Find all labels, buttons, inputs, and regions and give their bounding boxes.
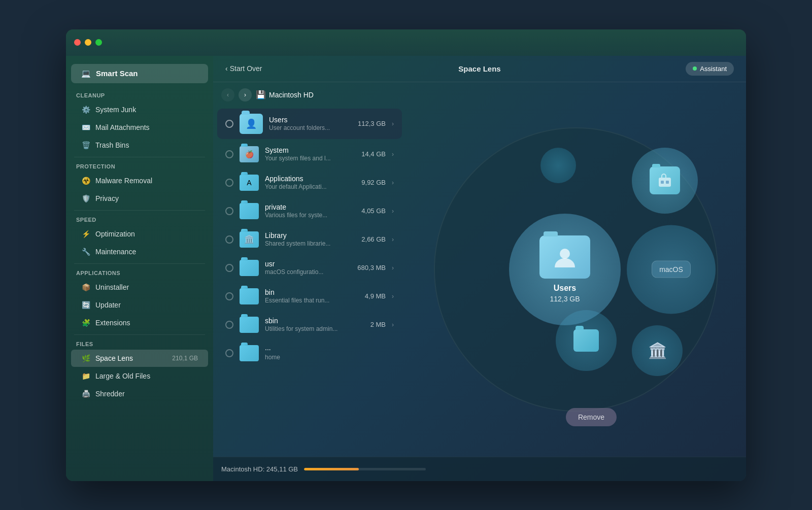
file-radio-home[interactable] [225,349,233,357]
file-info-bin: bin Essential files that run... [265,288,359,304]
fullscreen-button[interactable] [95,39,102,46]
file-name-library: Library [265,231,355,240]
sidebar-item-trash-bins[interactable]: 🗑️ Trash Bins [71,137,208,154]
file-desc-usr: macOS configuratio... [265,268,351,276]
sidebar-item-maintenance[interactable]: 🔧 Maintenance [71,243,208,260]
assistant-button[interactable]: Assistant [686,62,734,76]
sidebar: 💻 Smart Scan Cleanup ⚙️ System Junk ✉️ M… [66,56,213,481]
maintenance-icon: 🔧 [81,247,90,256]
file-name-applications: Applications [265,175,355,183]
chevron-library: › [392,236,394,243]
status-label: Macintosh HD: 245,11 GB [221,465,298,473]
file-item-usr[interactable]: usr macOS configuratio... 680,3 MB › [217,255,402,281]
close-button[interactable] [74,39,81,46]
file-item-system[interactable]: 🍎 System Your system files and l... 14,4… [217,141,402,167]
file-radio-sbin[interactable] [225,321,233,329]
sidebar-item-privacy[interactable]: 🛡️ Privacy [71,190,208,207]
file-info-users: Users User account folders... [269,116,352,131]
file-desc-private: Various files for syste... [265,212,355,219]
storage-progress-fill [304,468,359,470]
file-item-home[interactable]: ··· home [217,340,402,366]
updater-icon: 🔄 [81,300,90,310]
file-desc-applications: Your default Applicati... [265,183,355,190]
minimize-button[interactable] [85,39,91,46]
trash-bins-label: Trash Bins [95,141,129,149]
file-size-library: 2,66 GB [361,235,386,243]
bubble-macos[interactable]: macOS [627,225,716,314]
sidebar-item-extensions[interactable]: 🧩 Extensions [71,314,208,331]
bubble-users[interactable]: Users 112,3 GB [509,214,621,325]
divider-3 [74,263,205,264]
file-radio-system[interactable] [225,150,233,158]
file-size-system: 14,4 GB [361,150,386,158]
back-button[interactable]: ‹ Start Over [225,64,262,73]
file-radio-users[interactable] [225,120,233,128]
breadcrumb: ‹ › 💾 Macintosh HD [213,88,406,108]
file-radio-usr[interactable] [225,264,233,272]
chevron-private: › [392,208,394,215]
shredder-icon: 🖨️ [81,389,90,398]
nav-forward-button[interactable]: › [239,88,252,101]
file-item-sbin[interactable]: sbin Utilities for system admin... 2 MB … [217,312,402,338]
sidebar-item-system-junk[interactable]: ⚙️ System Junk [71,101,208,118]
sidebar-item-optimization[interactable]: ⚡ Optimization [71,225,208,243]
back-arrow-icon: ‹ [225,64,228,73]
titlebar [66,29,746,56]
divider-4 [74,334,205,335]
file-info-home: ··· home [265,345,394,361]
file-item-applications[interactable]: A Applications Your default Applicati...… [217,169,402,196]
space-lens-size: 210,1 GB [172,355,198,362]
file-radio-bin[interactable] [225,292,233,300]
sidebar-item-mail-attachments[interactable]: ✉️ Mail Attachments [71,119,208,136]
users-bubble-label: Users [554,284,576,293]
bin-folder-icon [240,288,259,304]
malware-icon: ☣️ [81,176,90,185]
file-radio-applications[interactable] [225,179,233,187]
visualization-panel: macOS 🏛️ [406,82,746,457]
file-name-sbin: sbin [265,317,364,325]
file-info-library: Library Shared system librarie... [265,231,355,247]
file-item-users[interactable]: 👤 Users User account folders... 112,3 GB… [217,109,402,139]
remove-button[interactable]: Remove [566,408,617,426]
file-radio-library[interactable] [225,235,233,244]
file-name-usr: usr [265,260,351,268]
space-lens-icon: 🌿 [81,354,90,363]
system-junk-icon: ⚙️ [81,105,90,114]
main-header: ‹ Start Over Space Lens Assistant [213,56,746,82]
extensions-label: Extensions [95,319,130,327]
file-desc-system: Your system files and l... [265,155,355,162]
file-item-bin[interactable]: bin Essential files that run... 4,9 MB › [217,283,402,310]
sidebar-item-shredder[interactable]: 🖨️ Shredder [71,385,208,402]
file-size-sbin: 2 MB [370,321,386,328]
file-info-private: private Various files for syste... [265,203,355,219]
usr-folder-icon [240,260,259,276]
optimization-label: Optimization [95,230,135,238]
sidebar-item-malware-removal[interactable]: ☣️ Malware Removal [71,172,208,189]
svg-rect-1 [661,181,664,184]
file-item-library[interactable]: 🏛️ Library Shared system librarie... 2,6… [217,226,402,253]
nav-back-button[interactable]: ‹ [221,88,234,101]
file-size-private: 4,05 GB [361,207,386,215]
sidebar-item-updater[interactable]: 🔄 Updater [71,296,208,314]
chevron-bin: › [392,293,394,300]
bubble-applications[interactable] [632,148,698,214]
bubble-library[interactable]: 🏛️ [632,325,683,376]
sbin-folder-icon [240,317,259,333]
large-old-files-label: Large & Old Files [95,372,150,380]
sidebar-item-smart-scan[interactable]: 💻 Smart Scan [71,64,208,83]
breadcrumb-path: 💾 Macintosh HD [256,90,314,99]
file-info-usr: usr macOS configuratio... [265,260,351,276]
chevron-users: › [392,120,394,127]
users-bubble-icon [539,235,590,279]
extensions-icon: 🧩 [81,318,90,327]
sidebar-item-space-lens[interactable]: 🌿 Space Lens 210,1 GB [71,350,208,367]
sidebar-item-large-old-files[interactable]: 📁 Large & Old Files [71,367,208,385]
large-files-icon: 📁 [81,371,90,381]
file-desc-bin: Essential files that run... [265,297,359,304]
file-radio-private[interactable] [225,207,233,215]
home-folder-icon [240,345,259,361]
file-item-private[interactable]: private Various files for syste... 4,05 … [217,198,402,224]
file-size-applications: 9,92 GB [361,179,386,186]
sidebar-item-uninstaller[interactable]: 📦 Uninstaller [71,279,208,296]
status-bar: Macintosh HD: 245,11 GB [213,457,746,481]
